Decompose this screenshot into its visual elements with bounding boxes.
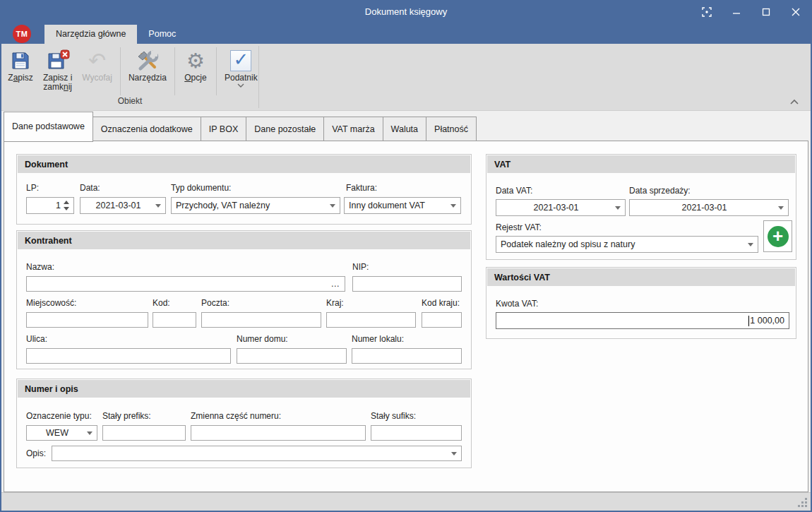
nip-field[interactable] (352, 276, 462, 292)
save-and-close-button[interactable]: Zapisz i zamknij (38, 46, 77, 97)
spin-up-icon[interactable] (64, 201, 69, 204)
maximize-icon (762, 8, 770, 16)
tab-oznaczenia-dodatkowe[interactable]: Oznaczenia dodatkowe (93, 117, 201, 141)
faktura-combobox[interactable]: Inny dokument VAT (344, 197, 461, 214)
ribbon-collapse-button chevron-up-icon[interactable] (789, 99, 799, 106)
options-button[interactable]: ⚙ Opcje (178, 46, 213, 97)
nip-label: NIP: (352, 262, 369, 272)
window-controls (692, 1, 811, 23)
numer-lokalu-field[interactable] (352, 348, 462, 364)
group-caption-kontrahent: Kontrahent (18, 232, 470, 249)
ribbon-tab-pomoc[interactable]: Pomoc (137, 25, 187, 44)
rejestr-vat-combobox[interactable]: Podatek należny od spisu z natury (496, 236, 758, 253)
numer-domu-field[interactable] (237, 348, 347, 364)
ribbon-group-caption: Obiekt (1, 96, 258, 106)
staly-sufiks-label: Stały sufiks: (371, 411, 416, 421)
lp-label: LP: (26, 183, 39, 193)
ribbon-tab-bar: Narzędzia główne Pomoc (44, 25, 187, 44)
plus-icon: + (768, 226, 789, 247)
staly-prefiks-field[interactable] (102, 425, 186, 441)
save-icon (9, 48, 32, 73)
data-sprzedazy-combobox[interactable]: 2021-03-01 (629, 199, 789, 216)
app-button[interactable]: TM (13, 25, 31, 43)
opis-combobox[interactable] (52, 446, 462, 461)
ribbon-separator (216, 47, 217, 95)
numer-domu-label: Numer domu: (237, 334, 288, 344)
chevron-down-icon (155, 204, 161, 208)
resize-grip[interactable] (798, 498, 808, 508)
data-sprzedazy-label: Data sprzedaży: (629, 186, 691, 196)
group-caption-numer-i-opis: Numer i opis (18, 380, 470, 398)
group-numer-i-opis: Numer i opis Oznaczenie typu: WEW Stały … (16, 379, 472, 468)
tools-button[interactable]: Narzędzia (124, 46, 172, 97)
window-header: Dokument księgowy (1, 1, 811, 44)
nazwa-field[interactable]: … (26, 276, 345, 292)
main-panel: Dokument LP: 1 Data: 2021-03-01 Typ doku… (4, 141, 808, 492)
taxpayer-button[interactable]: ✓ Podatnik (220, 46, 263, 97)
ribbon-group-obiekt: Zapisz Zapisz i zamknij (3, 46, 263, 97)
kod-field[interactable] (153, 312, 196, 328)
spin-down-icon[interactable] (64, 207, 69, 210)
typ-dokumentu-combobox[interactable]: Przychody, VAT należny (171, 197, 340, 214)
group-caption-dokument: Dokument (18, 155, 470, 173)
miejscowosc-label: Miejscowość: (26, 298, 76, 308)
chevron-down-icon (450, 204, 456, 208)
close-icon (791, 7, 801, 17)
staly-sufiks-field[interactable] (371, 425, 462, 441)
tab-ip-box[interactable]: IP BOX (201, 117, 246, 141)
group-caption-vat: VAT (487, 155, 795, 173)
window-title: Dokument księgowy (1, 6, 811, 17)
gear-icon: ⚙ (186, 48, 205, 73)
focus-mode-button[interactable] (692, 1, 722, 23)
save-button[interactable]: Zapisz (3, 46, 38, 97)
data-vat-combobox[interactable]: 2021-03-01 (496, 199, 626, 216)
tab-platnosc[interactable]: Płatność (426, 117, 477, 141)
titlebar: Dokument księgowy (1, 1, 811, 23)
ulica-label: Ulica: (26, 334, 47, 344)
tab-dane-pozostale[interactable]: Dane pozostałe (246, 117, 324, 141)
maximize-button[interactable] (751, 1, 781, 23)
zmienna-czesc-label: Zmienna część numeru: (191, 411, 281, 421)
ribbon-separator (120, 47, 121, 95)
tab-vat-marza[interactable]: VAT marża (324, 117, 383, 141)
group-kontrahent: Kontrahent Nazwa: … NIP: Miejscowość: Ko… (16, 230, 472, 369)
tab-dane-podstawowe[interactable]: Dane podstawowe (4, 112, 93, 142)
close-button[interactable] (781, 1, 811, 23)
chevron-down-icon (615, 206, 621, 210)
focus-mode-icon (701, 6, 712, 18)
undo-icon: ↶ (88, 48, 106, 73)
minimize-button[interactable] (722, 1, 751, 23)
kraj-field[interactable] (326, 312, 416, 328)
undo-button: ↶ Wycofaj (77, 46, 117, 97)
tab-waluta[interactable]: Waluta (383, 117, 426, 141)
kwota-vat-label: Kwota VAT: (496, 299, 538, 309)
chevron-down-icon (87, 431, 92, 435)
miejscowosc-field[interactable] (26, 312, 148, 328)
kod-kraju-label: Kod kraju: (422, 298, 460, 308)
kod-label: Kod: (153, 298, 170, 308)
dokument-ksiegowy-window: Dokument księgowy (0, 0, 812, 512)
data-vat-label: Data VAT: (496, 186, 532, 196)
ribbon-tab-narzedzia-glowne[interactable]: Narzędzia główne (44, 25, 137, 44)
data-label: Data: (80, 183, 100, 193)
taxpayer-check-icon: ✓ (230, 48, 251, 73)
add-vat-register-button[interactable]: + (763, 220, 792, 252)
status-bar (1, 492, 811, 511)
oznaczenie-typu-combobox[interactable]: WEW (26, 425, 97, 441)
lp-spinner[interactable]: 1 (26, 197, 74, 214)
group-wartosci-vat: Wartości VAT Kwota VAT: 1 000,00 (486, 267, 796, 339)
kod-kraju-field[interactable] (422, 312, 462, 328)
faktura-label: Faktura: (346, 183, 377, 193)
chevron-down-icon (330, 204, 335, 208)
rejestr-vat-label: Rejestr VAT: (496, 222, 542, 232)
kwota-vat-field[interactable]: 1 000,00 (496, 312, 789, 329)
data-date-combobox[interactable]: 2021-03-01 (80, 197, 166, 214)
chevron-down-icon (451, 452, 457, 456)
nazwa-browse-button[interactable]: … (327, 279, 341, 289)
zmienna-czesc-field[interactable] (191, 425, 366, 441)
minimize-icon (732, 8, 741, 16)
poczta-field[interactable] (201, 312, 321, 328)
ulica-field[interactable] (26, 348, 231, 364)
chevron-down-icon (778, 206, 784, 210)
ribbon: Zapisz Zapisz i zamknij (1, 44, 811, 111)
